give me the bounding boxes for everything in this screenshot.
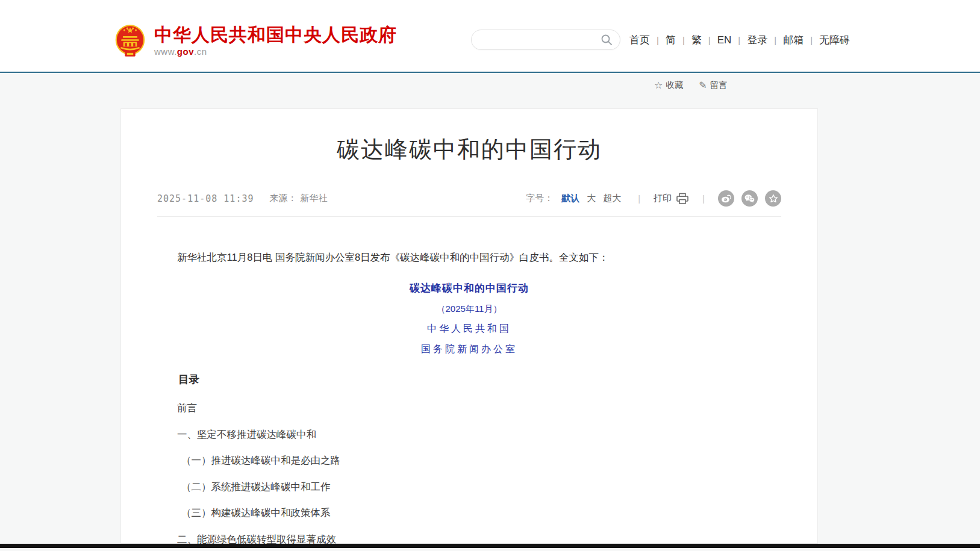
meta-separator: | <box>702 193 705 204</box>
nav-separator: | <box>682 35 685 45</box>
toc-item-1-2: （二）系统推进碳达峰碳中和工作 <box>157 482 781 492</box>
nav-separator: | <box>738 35 740 45</box>
source-label: 来源： <box>270 193 297 204</box>
publish-date: 2025-11-08 11:39 <box>157 193 254 204</box>
font-size-large[interactable]: 大 <box>587 193 596 204</box>
nav-traditional[interactable]: 繁 <box>691 33 702 47</box>
site-url[interactable]: www.gov.cn <box>154 46 397 57</box>
nav-separator: | <box>657 35 659 45</box>
weibo-share-icon[interactable] <box>718 190 734 207</box>
search-input[interactable] <box>481 31 602 48</box>
printer-icon <box>676 193 689 205</box>
site-logo[interactable]: 中华人民共和国中央人民政府 www.gov.cn <box>114 23 397 58</box>
favorite-label: 收藏 <box>666 79 683 91</box>
toc-item-1-1: （一）推进碳达峰碳中和是必由之路 <box>157 455 781 465</box>
site-header: 中华人民共和国中央人民政府 www.gov.cn 首页| 简| 繁| EN| 登… <box>0 0 980 73</box>
nav-accessibility[interactable]: 无障碍 <box>819 33 850 47</box>
font-size-label: 字号： <box>526 193 553 204</box>
search-box[interactable] <box>471 30 620 50</box>
nav-separator: | <box>810 35 813 45</box>
nav-separator: | <box>708 35 711 45</box>
document-org-line1: 中华人民共和国 <box>121 323 817 335</box>
font-size-xlarge[interactable]: 超大 <box>603 193 621 204</box>
url-prefix: www. <box>154 46 177 57</box>
wechat-share-icon[interactable] <box>741 190 758 207</box>
nav-simplified[interactable]: 简 <box>666 33 676 47</box>
article-toolbar: ☆ 收藏 ✎ 留言 <box>654 79 728 91</box>
toc-item-1: 一、坚定不移推进碳达峰碳中和 <box>157 429 781 440</box>
nav-separator: | <box>774 35 776 45</box>
article-card: 碳达峰碳中和的中国行动 2025-11-08 11:39 来源： 新华社 字号：… <box>120 108 818 544</box>
source-name: 新华社 <box>301 193 328 204</box>
search-icon[interactable] <box>601 34 613 46</box>
pencil-icon: ✎ <box>699 79 707 91</box>
document-title: 碳达峰碳中和的中国行动 <box>121 281 817 295</box>
message-button[interactable]: ✎ 留言 <box>699 79 727 91</box>
print-label: 打印 <box>654 193 672 204</box>
star-icon: ☆ <box>654 79 663 91</box>
site-title[interactable]: 中华人民共和国中央人民政府 <box>154 25 397 45</box>
article-title: 碳达峰碳中和的中国行动 <box>121 134 817 165</box>
toc-title: 目录 <box>157 372 781 387</box>
url-suffix: .cn <box>194 46 207 57</box>
meta-right: 字号： 默认 大 超大 | 打印 | <box>526 190 781 207</box>
meta-left: 2025-11-08 11:39 来源： 新华社 <box>157 193 328 204</box>
document-org-line2: 国务院新闻办公室 <box>121 343 817 356</box>
url-gov: gov <box>177 46 194 57</box>
document-date: （2025年11月） <box>121 304 817 315</box>
nav-english[interactable]: EN <box>717 34 732 46</box>
toc-item-2: 二、能源绿色低碳转型取得显著成效 <box>157 534 781 544</box>
meta-separator: | <box>638 193 640 204</box>
share-icons <box>718 190 781 207</box>
nav-login[interactable]: 登录 <box>747 33 767 47</box>
toc-item-1-3: （三）构建碳达峰碳中和政策体系 <box>157 508 781 518</box>
print-button[interactable]: 打印 <box>654 193 689 205</box>
lead-paragraph: 新华社北京11月8日电 国务院新闻办公室8日发布《碳达峰碳中和的中国行动》白皮书… <box>157 249 781 265</box>
toc-item-preface: 前言 <box>157 403 781 413</box>
star-share-icon[interactable] <box>765 190 781 207</box>
font-size-default[interactable]: 默认 <box>561 193 579 204</box>
article-meta: 2025-11-08 11:39 来源： 新华社 字号： 默认 大 超大 | 打… <box>157 190 781 217</box>
top-nav: 首页| 简| 繁| EN| 登录| 邮箱| 无障碍 <box>629 33 850 47</box>
national-emblem-icon <box>114 23 146 58</box>
nav-home[interactable]: 首页 <box>629 33 650 47</box>
message-label: 留言 <box>710 79 728 91</box>
bottom-window-edge <box>0 544 980 548</box>
favorite-button[interactable]: ☆ 收藏 <box>654 79 683 91</box>
nav-mail[interactable]: 邮箱 <box>783 33 804 47</box>
